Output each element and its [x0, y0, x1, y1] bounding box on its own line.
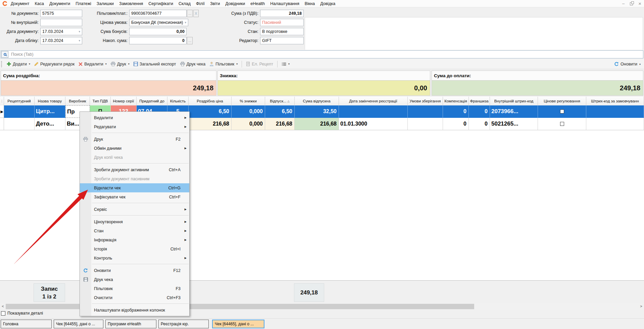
minimize-button[interactable]: –	[622, 1, 625, 6]
cell-compensation[interactable]: 0	[443, 105, 469, 118]
taskbar-button-1[interactable]: Чек [64455], дані о ...	[54, 320, 103, 328]
menu-item-22[interactable]: ПільговикF3	[80, 284, 189, 293]
taskbar-button-0[interactable]: Головна	[1, 320, 52, 328]
scrollbar-thumb[interactable]	[6, 304, 474, 309]
toolbar-edit-row-button[interactable]: Редагувати рядок	[32, 61, 77, 67]
column-header-15[interactable]: Внутрішній штрих-код	[490, 97, 538, 105]
cell-sell-price[interactable]: 216,68	[265, 118, 295, 130]
toolbar-add-button[interactable]: Додати▾	[5, 61, 32, 67]
column-header-5[interactable]: Придатний до	[137, 97, 167, 105]
cell-barcode[interactable]: 2073966...	[490, 105, 538, 118]
column-header-6[interactable]: Кількість	[167, 97, 189, 105]
cell-storage[interactable]	[408, 105, 443, 118]
cell-reg-end[interactable]	[339, 105, 408, 118]
accum-sum-input[interactable]	[129, 37, 187, 44]
menubar-item-2[interactable]: Документи	[47, 0, 73, 7]
cell-default-barcode[interactable]	[586, 105, 644, 118]
cell-storage[interactable]	[408, 118, 443, 130]
cell-default-barcode[interactable]	[586, 118, 644, 130]
chevron-down-icon[interactable]: ▾	[639, 63, 641, 66]
refresh-button[interactable]: Оновити	[621, 62, 637, 66]
cell-sell-sum[interactable]: 216,68	[295, 118, 339, 130]
menu-item-12[interactable]: Сервіс▶	[80, 205, 189, 214]
menubar-item-11[interactable]: eHealth	[248, 0, 267, 7]
menubar-item-7[interactable]: Склад	[176, 0, 193, 7]
column-header-3[interactable]: Тип ПДВ	[90, 97, 111, 105]
cell-recipe[interactable]	[4, 105, 35, 118]
column-header-4[interactable]: Номер серії	[111, 97, 137, 105]
column-header-0[interactable]: Рецептурний	[4, 97, 35, 105]
price-condition-select[interactable]: Бонусная ДК (пенсионная) ▾	[129, 19, 188, 26]
bonus-sum-input[interactable]	[129, 28, 187, 35]
cell-sell-sum[interactable]: 32,50	[295, 105, 339, 118]
toolbar-beneficiary-button[interactable]: Пільговик▾	[207, 61, 240, 67]
toolbar-delete-button[interactable]: Видалити▾	[77, 61, 109, 67]
account-date-picker[interactable]: 17.03.2024 ▾	[40, 37, 82, 44]
menu-item-14[interactable]: Ціноутворення▶	[80, 217, 189, 226]
menu-item-23[interactable]: ОчиститиCtrl+F3	[80, 293, 189, 302]
column-header-10[interactable]: Сума відпускна	[295, 97, 339, 105]
menubar-item-5[interactable]: Замовлення	[116, 0, 146, 7]
column-header-2[interactable]: Виробник	[65, 97, 90, 105]
menu-item-9[interactable]: Відкласти чекCtrl+G	[80, 183, 189, 192]
column-header-11[interactable]: Дата закінчення реєстрації	[339, 97, 408, 105]
search-icon[interactable]	[1, 51, 8, 58]
doc-date-picker[interactable]: 17.03.2024 ▾	[40, 28, 82, 35]
cell-name[interactable]: Цитр...	[35, 105, 65, 118]
menubar-item-4[interactable]: Залишки	[94, 0, 116, 7]
column-header-17[interactable]: Штрих-код за замовчуванн	[586, 97, 644, 105]
menubar-item-10[interactable]: Довідники	[223, 0, 248, 7]
menu-item-21[interactable]: Друк чека	[80, 275, 189, 284]
taskbar-button-4[interactable]: Чек [64465], дані о ...	[212, 320, 264, 328]
menu-item-0[interactable]: Видалити▶	[80, 113, 189, 122]
cell-compensation[interactable]: 0	[443, 118, 469, 130]
cell-franchise[interactable]: 0	[469, 118, 490, 130]
cell-discount-pct[interactable]: 0,000	[232, 105, 265, 118]
scroll-left-icon[interactable]: <	[0, 303, 6, 310]
column-header-16[interactable]: Цінове регулювання	[538, 97, 586, 105]
menu-item-25[interactable]: Налаштувати відображення колонок	[80, 306, 189, 315]
show-details-checkbox[interactable]	[1, 311, 5, 316]
menubar-item-3[interactable]: Платежі	[73, 0, 94, 7]
menu-item-16[interactable]: Інформація▶	[80, 235, 189, 244]
menubar-item-12[interactable]: Налаштування	[267, 0, 302, 7]
menu-item-15[interactable]: Стан▶	[80, 226, 189, 235]
toolbar-grip[interactable]	[1, 61, 2, 67]
menu-item-4[interactable]: Обмін даними▶	[80, 144, 189, 153]
cell-recipe[interactable]	[4, 118, 35, 130]
search-input[interactable]	[1, 50, 643, 58]
toolbar-export-button[interactable]: Загальний експорт	[132, 61, 178, 67]
scroll-right-icon[interactable]: >	[638, 303, 644, 310]
cell-discount-pct[interactable]: 0,000	[232, 118, 265, 130]
menubar-item-8[interactable]: Філії	[193, 0, 207, 7]
toolbar-print-receipt-button[interactable]: Друк чека	[178, 61, 208, 67]
menubar-item-6[interactable]: Сертифікати	[146, 0, 176, 7]
total-vat-input[interactable]	[260, 10, 304, 17]
cell-barcode[interactable]: 5021265...	[490, 118, 538, 130]
cell-sell-price[interactable]: 6,50	[265, 105, 295, 118]
menu-item-7[interactable]: Зробити документ активнимCtrl+A	[80, 165, 189, 174]
accum-sum-browse-button[interactable]: ...	[187, 37, 193, 44]
toolbar-print-button[interactable]: Друк▾	[109, 61, 132, 67]
column-header-1[interactable]: Назва товару	[35, 97, 65, 105]
column-header-12[interactable]: Умови зберігання	[408, 97, 443, 105]
column-header-8[interactable]: % знижки	[232, 97, 265, 105]
cell-retail-price[interactable]: 6,50	[189, 105, 232, 118]
menu-item-20[interactable]: ОновитиF12	[80, 266, 189, 275]
close-button[interactable]: ×	[638, 1, 641, 6]
cell-name[interactable]: Дето...	[35, 118, 65, 130]
cell-retail-price[interactable]: 216,68	[189, 118, 232, 130]
column-header-7[interactable]: Роздрібна ціна	[189, 97, 232, 105]
price-regulation-checkbox[interactable]	[560, 109, 564, 113]
menubar-item-1[interactable]: Каса	[32, 0, 46, 7]
doc-number-input[interactable]	[40, 10, 82, 17]
internal-number-input[interactable]	[40, 19, 82, 26]
menu-item-3[interactable]: ДрукF2	[80, 135, 189, 144]
taskbar-button-2[interactable]: Програми eHealth	[105, 320, 156, 328]
beneficiary-browse-button[interactable]: ...	[187, 10, 193, 17]
beneficiary-clear-button[interactable]: X	[193, 10, 199, 17]
column-header-14[interactable]: Франшиза	[469, 97, 490, 105]
restore-button[interactable]	[630, 2, 633, 5]
menubar-item-9[interactable]: Звіти	[207, 0, 223, 7]
menubar-item-0[interactable]: Документ	[8, 0, 32, 7]
